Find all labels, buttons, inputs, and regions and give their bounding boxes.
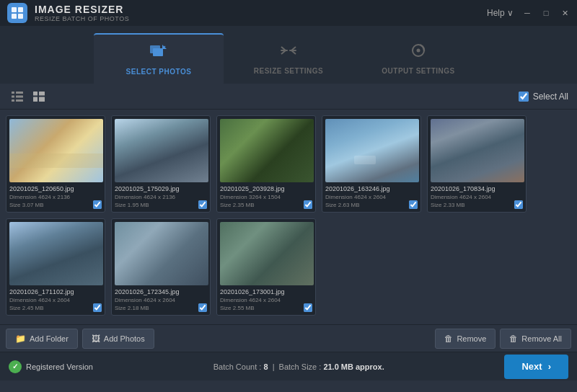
trash-icon: 🗑: [444, 334, 453, 344]
add-photos-label: Add Photos: [104, 334, 145, 343]
remove-label: Remove: [457, 334, 486, 343]
photo-item[interactable]: 20201026_172345.jpg Dimension 4624 x 260…: [111, 218, 211, 316]
photo-thumbnail: [115, 119, 208, 182]
select-all-label: Select All: [533, 92, 568, 102]
add-photos-button[interactable]: 🖼 Add Photos: [82, 329, 154, 349]
photo-size: Size 2.35 MB: [220, 202, 255, 208]
photo-size: Size 2.55 MB: [220, 305, 255, 311]
svg-rect-16: [39, 97, 45, 102]
svg-rect-8: [16, 92, 23, 94]
svg-rect-0: [12, 7, 17, 12]
remove-all-button[interactable]: 🗑 Remove All: [500, 329, 571, 349]
photo-size: Size 2.33 MB: [431, 202, 465, 208]
resize-settings-icon: [279, 43, 298, 63]
svg-rect-12: [16, 99, 23, 102]
remove-button[interactable]: 🗑 Remove: [435, 329, 495, 349]
svg-rect-7: [12, 92, 14, 94]
photo-item[interactable]: 20201026_173001.jpg Dimension 4624 x 260…: [216, 218, 316, 316]
next-button[interactable]: Next ›: [504, 355, 568, 379]
photo-item[interactable]: 20201026_170834.jpg Dimension 4624 x 260…: [427, 115, 527, 213]
tab-output-settings[interactable]: OUTPUT SETTINGS: [353, 33, 483, 84]
app-logo: [7, 3, 27, 23]
svg-rect-3: [18, 14, 23, 19]
titlebar-controls: Help ∨ ─ □ ✕: [487, 8, 570, 18]
photo-name: 20201026_170834.jpg: [431, 185, 523, 192]
grid-view-button[interactable]: [30, 88, 48, 105]
photo-size: Size 3.07 MB: [9, 202, 44, 208]
photo-dimension: Dimension 4624 x 2136: [115, 194, 207, 200]
photo-thumbnail: [9, 222, 103, 285]
photo-checkbox[interactable]: [304, 303, 312, 312]
folder-icon: 📁: [15, 334, 26, 344]
tab-select-photos[interactable]: SELECT PHOTOS: [94, 33, 224, 84]
svg-rect-9: [12, 95, 14, 97]
tab-resize-settings[interactable]: RESIZE SETTINGS: [224, 33, 353, 84]
photo-name: 20201025_203928.jpg: [220, 185, 312, 192]
select-photos-icon: [149, 43, 168, 63]
photo-name: 20201026_163246.jpg: [325, 185, 418, 192]
titlebar-left: IMAGE RESIZER RESIZE BATCH OF PHOTOS: [7, 3, 129, 23]
photo-item[interactable]: 20201026_163246.jpg Dimension 4624 x 260…: [322, 115, 421, 213]
photo-thumbnail: [115, 222, 208, 285]
photo-thumbnail: [9, 119, 103, 182]
remove-all-label: Remove All: [521, 334, 562, 343]
tab-bar: SELECT PHOTOS RESIZE SETTINGS OUTPUT SET…: [0, 26, 577, 84]
photo-thumbnail: [220, 119, 314, 182]
photo-checkbox[interactable]: [198, 200, 207, 209]
action-bar: 📁 Add Folder 🖼 Add Photos 🗑 Remove 🗑 Rem…: [0, 324, 577, 352]
svg-rect-15: [33, 97, 38, 102]
photo-dimension: Dimension 3264 x 1504: [220, 194, 312, 200]
select-all-area: Select All: [519, 92, 568, 102]
minimize-button[interactable]: ─: [522, 8, 532, 18]
photo-name: 20201025_175029.jpg: [115, 185, 207, 192]
tab-select-label: SELECT PHOTOS: [126, 68, 192, 76]
view-buttons: [9, 88, 48, 105]
photo-checkbox[interactable]: [409, 200, 418, 209]
add-folder-button[interactable]: 📁 Add Folder: [6, 329, 78, 349]
photo-item[interactable]: 20201025_120650.jpg Dimension 4624 x 213…: [6, 115, 105, 213]
select-all-checkbox[interactable]: [519, 92, 529, 102]
maximize-button[interactable]: □: [541, 8, 551, 18]
tab-output-label: OUTPUT SETTINGS: [382, 67, 454, 75]
photo-checkbox[interactable]: [514, 200, 523, 209]
photo-thumbnail: [325, 119, 419, 182]
svg-rect-11: [12, 99, 14, 102]
photo-name: 20201026_172345.jpg: [115, 288, 207, 295]
svg-rect-14: [39, 92, 45, 96]
photo-dimension: Dimension 4624 x 2604: [431, 194, 523, 200]
photo-checkbox[interactable]: [93, 303, 102, 312]
close-button[interactable]: ✕: [560, 8, 570, 18]
photo-dimension: Dimension 4624 x 2604: [9, 297, 102, 303]
app-title: IMAGE RESIZER RESIZE BATCH OF PHOTOS: [35, 4, 129, 22]
trash-all-icon: 🗑: [509, 334, 518, 344]
photo-item[interactable]: 20201025_203928.jpg Dimension 3264 x 150…: [216, 115, 316, 213]
photo-grid-container[interactable]: 20201025_120650.jpg Dimension 4624 x 213…: [0, 110, 577, 324]
svg-point-6: [417, 48, 420, 52]
add-folder-label: Add Folder: [30, 334, 69, 343]
next-arrow-icon: ›: [548, 361, 551, 372]
photo-checkbox[interactable]: [304, 200, 312, 209]
help-button[interactable]: Help ∨: [487, 8, 514, 18]
photo-thumbnail: [220, 222, 314, 285]
registered-label: Registered Version: [26, 362, 93, 371]
photo-dimension: Dimension 4624 x 2136: [9, 194, 102, 200]
photo-add-icon: 🖼: [92, 334, 100, 344]
svg-rect-1: [18, 7, 23, 12]
status-left: ✓ Registered Version: [9, 360, 93, 373]
photo-dimension: Dimension 4624 x 2604: [115, 297, 207, 303]
photo-size: Size 2.45 MB: [9, 305, 44, 311]
photo-size: Size 2.63 MB: [325, 202, 360, 208]
output-settings-icon: [409, 43, 428, 63]
svg-rect-13: [33, 92, 38, 96]
photo-checkbox[interactable]: [93, 200, 102, 209]
batch-info: Batch Count : 8 | Batch Size : 21.0 MB a…: [213, 362, 384, 371]
app-subtitle: RESIZE BATCH OF PHOTOS: [35, 15, 129, 22]
photo-dimension: Dimension 4624 x 2604: [325, 194, 418, 200]
titlebar: IMAGE RESIZER RESIZE BATCH OF PHOTOS Hel…: [0, 0, 577, 26]
app-name: IMAGE RESIZER: [35, 4, 129, 15]
photo-item[interactable]: 20201026_171102.jpg Dimension 4624 x 260…: [6, 218, 105, 316]
photo-checkbox[interactable]: [198, 303, 207, 312]
photo-item[interactable]: 20201025_175029.jpg Dimension 4624 x 213…: [111, 115, 211, 213]
photo-toolbar: Select All: [0, 84, 577, 110]
list-view-button[interactable]: [9, 88, 26, 105]
